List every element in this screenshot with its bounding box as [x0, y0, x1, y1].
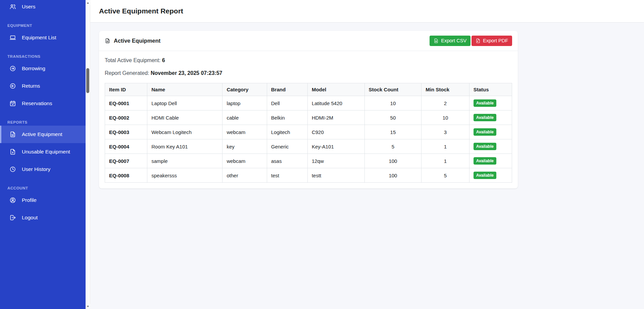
cell-model: Key-A101	[307, 139, 364, 154]
sidebar-section-reports: REPORTS	[0, 120, 86, 124]
card-header: Active Equipment Export CSV Export PDF	[99, 31, 518, 51]
header-model: Model	[307, 83, 364, 96]
arrow-right-circle-icon	[9, 65, 16, 72]
cell-brand: test	[267, 168, 307, 183]
sidebar-item-users[interactable]: Users	[0, 0, 86, 15]
scrollbar-thumb[interactable]	[86, 68, 89, 93]
cell-brand: asas	[267, 154, 307, 168]
total-value: 6	[162, 57, 165, 63]
sidebar-nav-list: Users EQUIPMENT Equipment List TRANSACTI…	[0, 0, 86, 226]
sidebar-item-logout[interactable]: Logout	[0, 209, 86, 226]
cell-name: Webcam Logitech	[147, 125, 222, 139]
cell-item-id: EQ-0002	[105, 111, 147, 125]
card-title: Active Equipment	[105, 38, 160, 44]
scroll-down-arrow-icon[interactable]: ▼	[86, 304, 90, 309]
sidebar-item-label: Borrowing	[22, 65, 45, 72]
header-status: Status	[469, 83, 512, 96]
cell-brand: Belkin	[267, 111, 307, 125]
cell-min-stock: 3	[422, 125, 469, 139]
calendar-check-icon	[9, 100, 16, 107]
sidebar: Users EQUIPMENT Equipment List TRANSACTI…	[0, 0, 86, 309]
header-brand: Brand	[267, 83, 307, 96]
cell-model: 12qw	[307, 154, 364, 168]
sidebar-item-returns[interactable]: Returns	[0, 77, 86, 95]
sidebar-section-account: ACCOUNT	[0, 186, 86, 190]
table-row: EQ-0001 Laptop Dell laptop Dell Latitude…	[105, 96, 512, 111]
status-badge: Available	[474, 99, 496, 107]
report-generated: Report Generated: November 23, 2025 07:2…	[105, 70, 512, 76]
header-min-stock: Min Stock	[422, 83, 469, 96]
cell-status: Available	[469, 168, 512, 183]
cell-stock-count: 15	[364, 125, 422, 139]
cell-status: Available	[469, 125, 512, 139]
cell-model: C920	[307, 125, 364, 139]
sidebar-item-label: Reservations	[22, 100, 52, 106]
export-csv-label: Export CSV	[441, 38, 466, 43]
file-pdf-icon	[476, 38, 481, 43]
table-row: EQ-0008 speakersss other test testt 100 …	[105, 168, 512, 183]
export-pdf-label: Export PDF	[483, 38, 508, 43]
cell-model: testt	[307, 168, 364, 183]
sidebar-item-equipment-list[interactable]: Equipment List	[0, 29, 86, 46]
export-button-group: Export CSV Export PDF	[430, 36, 512, 46]
cell-stock-count: 100	[364, 154, 422, 168]
sidebar-item-label: Active Equipment	[22, 131, 62, 137]
file-text-icon	[9, 131, 16, 138]
sidebar-item-label: Profile	[22, 197, 37, 203]
export-csv-button[interactable]: Export CSV	[430, 36, 470, 46]
table-row: EQ-0007 sample webcam asas 12qw 100 1 Av…	[105, 154, 512, 168]
sidebar-item-borrowing[interactable]: Borrowing	[0, 60, 86, 77]
table-row: EQ-0002 HDMI Cable cable Belkin HDMI-2M …	[105, 111, 512, 125]
sidebar-item-reservations[interactable]: Reservations	[0, 95, 86, 112]
laptop-icon	[9, 34, 16, 41]
sidebar-section-equipment: EQUIPMENT	[0, 24, 86, 28]
export-pdf-button[interactable]: Export PDF	[472, 36, 512, 46]
cell-category: cable	[222, 111, 267, 125]
cell-name: Room Key A101	[147, 139, 222, 154]
cell-brand: Logitech	[267, 125, 307, 139]
cell-item-id: EQ-0008	[105, 168, 147, 183]
file-text-icon	[105, 38, 110, 44]
cell-category: webcam	[222, 125, 267, 139]
cell-min-stock: 1	[422, 139, 469, 154]
sidebar-item-unusable-equipment[interactable]: Unusable Equipment	[0, 143, 86, 161]
person-circle-icon	[9, 197, 16, 204]
sidebar-item-user-history[interactable]: User History	[0, 161, 86, 178]
sidebar-item-label: Equipment List	[22, 35, 56, 41]
scroll-up-arrow-icon[interactable]: ▲	[86, 0, 90, 5]
card-title-label: Active Equipment	[114, 38, 160, 44]
cell-min-stock: 1	[422, 154, 469, 168]
file-spreadsheet-icon	[434, 38, 439, 43]
cell-status: Available	[469, 139, 512, 154]
cell-item-id: EQ-0004	[105, 139, 147, 154]
cell-name: HDMI Cable	[147, 111, 222, 125]
cell-category: other	[222, 168, 267, 183]
generated-label: Report Generated:	[105, 70, 149, 76]
total-label: Total Active Equipment:	[105, 57, 160, 63]
vertical-scrollbar[interactable]: ▲ ▼	[86, 0, 90, 309]
cell-brand: Generic	[267, 139, 307, 154]
cell-name: sample	[147, 154, 222, 168]
cell-item-id: EQ-0001	[105, 96, 147, 111]
header-category: Category	[222, 83, 267, 96]
status-badge: Available	[474, 114, 496, 121]
generated-value: November 23, 2025 07:23:57	[151, 70, 222, 76]
table-row: EQ-0003 Webcam Logitech webcam Logitech …	[105, 125, 512, 139]
cell-name: Laptop Dell	[147, 96, 222, 111]
sidebar-item-profile[interactable]: Profile	[0, 191, 86, 209]
sidebar-item-label: Users	[22, 4, 35, 10]
cell-item-id: EQ-0003	[105, 125, 147, 139]
sidebar-item-active-equipment[interactable]: Active Equipment	[0, 126, 86, 143]
cell-status: Available	[469, 96, 512, 111]
header-item-id: Item ID	[105, 83, 147, 96]
users-icon	[9, 3, 16, 10]
cell-stock-count: 5	[364, 139, 422, 154]
content-area: Active Equipment Export CSV Export PDF	[90, 22, 644, 309]
cell-stock-count: 10	[364, 96, 422, 111]
card-body: Total Active Equipment: 6 Report Generat…	[99, 51, 518, 188]
page-title: Active Equipment Report	[99, 7, 183, 15]
table-row: EQ-0004 Room Key A101 key Generic Key-A1…	[105, 139, 512, 154]
sidebar-item-label: Logout	[22, 215, 38, 221]
cell-status: Available	[469, 154, 512, 168]
cell-model: Latitude 5420	[307, 96, 364, 111]
